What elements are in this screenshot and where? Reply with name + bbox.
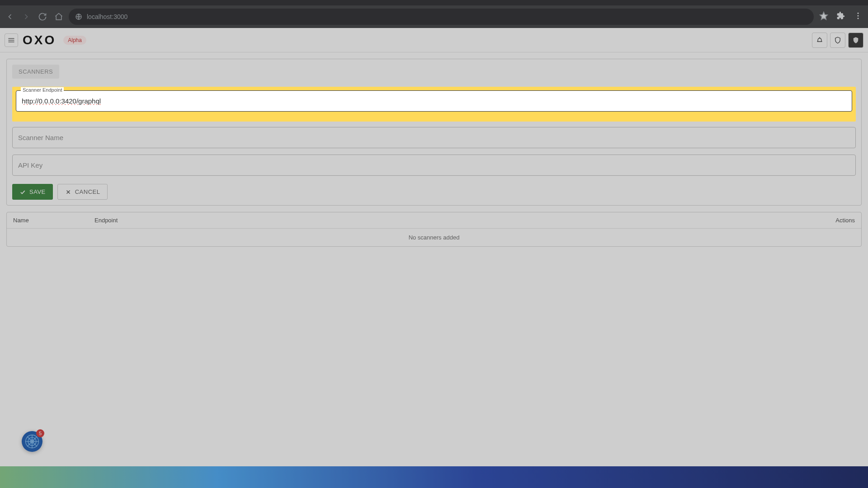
highlighted-field-row: Scanner Endpoint: [12, 87, 856, 122]
app-header: OXO Alpha: [0, 28, 868, 52]
save-label: SAVE: [29, 188, 46, 195]
api-key-input[interactable]: [13, 155, 855, 175]
table-header: Name Endpoint Actions: [7, 212, 861, 229]
cancel-label: CANCEL: [75, 188, 100, 195]
shield-icon[interactable]: [830, 33, 845, 48]
back-icon[interactable]: [5, 12, 14, 21]
page-content: SCANNERS Scanner Endpoint SAVE CANCEL: [0, 52, 868, 253]
svg-point-2: [858, 13, 859, 14]
svg-point-3: [858, 15, 859, 17]
app-logo: OXO: [23, 33, 56, 47]
header-icon-1[interactable]: [812, 33, 827, 48]
shield-dark-icon[interactable]: [848, 33, 863, 48]
scanner-endpoint-field[interactable]: Scanner Endpoint: [16, 90, 852, 112]
endpoint-label: Scanner Endpoint: [21, 87, 64, 93]
scanner-name-input[interactable]: [13, 127, 855, 148]
check-icon: [19, 189, 26, 195]
col-actions: Actions: [819, 217, 855, 224]
scanner-endpoint-input[interactable]: [16, 91, 852, 111]
browser-tabbar: [0, 0, 868, 5]
forward-icon[interactable]: [22, 12, 31, 21]
extensions-icon[interactable]: [836, 11, 845, 22]
svg-marker-1: [820, 12, 828, 20]
home-icon[interactable]: [54, 12, 63, 21]
url-text: localhost:3000: [87, 13, 127, 20]
alpha-badge: Alpha: [63, 36, 86, 45]
svg-point-4: [858, 18, 859, 19]
scanner-name-field[interactable]: [12, 127, 856, 148]
floating-app-badge[interactable]: 5: [22, 431, 42, 452]
col-endpoint: Endpoint: [94, 217, 819, 224]
star-icon[interactable]: [819, 11, 828, 22]
close-icon: [65, 189, 71, 195]
globe-icon: [75, 13, 82, 20]
scanner-form-card: SCANNERS Scanner Endpoint SAVE CANCEL: [6, 59, 862, 206]
desktop-gradient: [0, 466, 868, 488]
scanners-tab[interactable]: SCANNERS: [12, 65, 59, 79]
api-key-field[interactable]: [12, 155, 856, 176]
menu-dots-icon[interactable]: [854, 11, 863, 22]
badge-count: 5: [36, 429, 44, 437]
save-button[interactable]: SAVE: [12, 184, 53, 200]
browser-toolbar: localhost:3000: [0, 5, 868, 28]
col-name: Name: [13, 217, 94, 224]
hamburger-button[interactable]: [5, 33, 18, 47]
table-empty-message: No scanners added: [7, 229, 861, 246]
scanners-table: Name Endpoint Actions No scanners added: [6, 212, 862, 247]
reload-icon[interactable]: [38, 12, 47, 21]
address-bar[interactable]: localhost:3000: [69, 9, 814, 25]
cancel-button[interactable]: CANCEL: [57, 184, 108, 200]
